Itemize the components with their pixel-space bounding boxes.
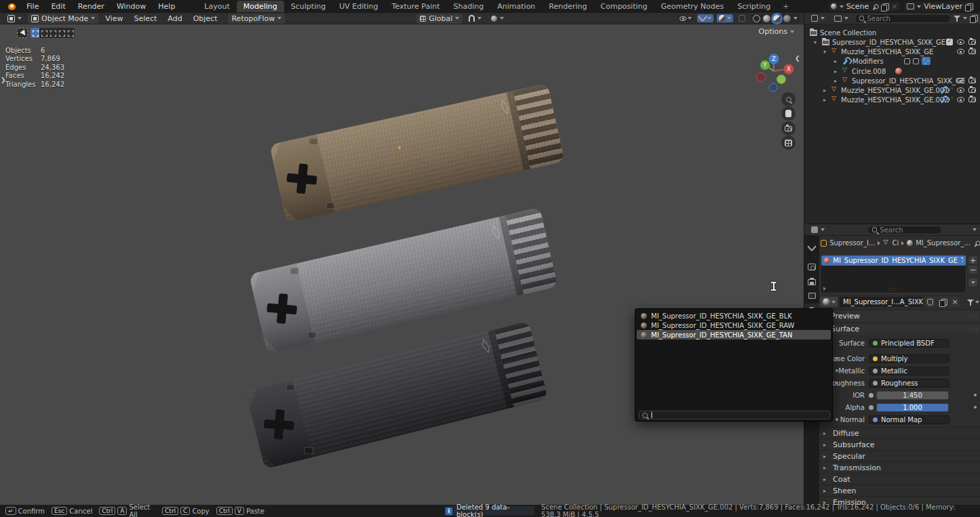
material-slot-selected[interactable]: MI_Supressor_ID_HESYCHIA_SIXK_GE_TAN [821, 255, 966, 266]
workspace-tab-modeling[interactable]: Modeling [237, 1, 284, 12]
show-object-types-toggle[interactable] [678, 16, 694, 22]
outliner-row-muzzle-002[interactable]: ▸ Muzzle_HESYCHIA_SIXK_GE.002 ' [804, 95, 980, 104]
panel-grip[interactable]: :::: [969, 327, 980, 332]
breadcrumb-object[interactable]: Supressor_I... [829, 239, 875, 247]
breadcrumb-material[interactable]: MI_Supressor_... [916, 239, 971, 247]
perspective-toggle-button[interactable] [781, 136, 796, 150]
outliner-row-circle-008[interactable]: ▸ Circle.008 [804, 66, 980, 76]
menu-add[interactable]: Add [163, 14, 186, 23]
rendered-shading-button[interactable] [783, 15, 791, 22]
decorator-dot[interactable] [836, 418, 838, 421]
panel-surface[interactable]: ▾ Surface :::: [819, 323, 980, 335]
collapse-arrow-icon[interactable]: ▾ [814, 39, 819, 45]
scene-selector[interactable]: Scene [828, 1, 901, 12]
exclude-checkbox[interactable] [946, 39, 953, 45]
workspace-tab-scripting[interactable]: Scripting [730, 1, 777, 12]
decorator-dot[interactable] [974, 406, 977, 409]
editor-type-button[interactable] [4, 14, 25, 23]
xray-toggle[interactable] [737, 14, 747, 22]
outliner-row-supressor-collection[interactable]: ▾ Supressor_ID_HESYCHIA_SIXK_GE [804, 37, 980, 47]
metallic-field[interactable]: Metallic [869, 367, 949, 375]
disable-render-icon[interactable] [968, 49, 976, 54]
menu-window[interactable]: Window [111, 2, 152, 11]
bevel-modifier-icon[interactable] [913, 58, 919, 64]
node-dot-icon[interactable] [869, 393, 874, 398]
options-dropdown[interactable]: Options [759, 27, 794, 36]
hide-eye-icon[interactable] [957, 39, 964, 45]
navigation-gizmo[interactable]: Z Y X [750, 52, 799, 96]
workspace-tab-layout[interactable]: Layout [197, 1, 236, 12]
filter-dropdown[interactable] [967, 299, 979, 306]
expand-arrow-icon[interactable]: ▸ [834, 68, 840, 75]
pin-id-icon[interactable] [972, 239, 980, 247]
panel-preview[interactable]: ▾ Preview :::: [819, 310, 980, 322]
dropdown-item-tan[interactable]: MI_Supressor_ID_HESYCHIA_SIXK_GE_TAN [637, 330, 831, 339]
outliner-row-muzzle[interactable]: ▾ Muzzle_HESYCHIA_SIXK_GE [804, 47, 980, 56]
hide-eye-icon[interactable] [957, 97, 964, 102]
alpha-slider[interactable]: 1.000 [876, 403, 949, 412]
panel-subsurface[interactable]: ▸Subsurface [819, 438, 980, 450]
new-collection-icon[interactable] [970, 15, 977, 22]
camera-view-button[interactable] [781, 121, 796, 136]
workspace-tab-shading[interactable]: Shading [447, 1, 491, 12]
expand-arrow-icon[interactable]: ▸ [823, 87, 829, 94]
disable-render-icon[interactable] [968, 78, 976, 83]
hide-eye-icon[interactable] [957, 49, 964, 54]
outliner-row-muzzle-001[interactable]: ▸ Muzzle_HESYCHIA_SIXK_GE.001 ' [804, 85, 980, 95]
blender-logo-icon[interactable] [5, 3, 16, 11]
properties-editor-type-button[interactable] [808, 226, 828, 234]
select-mode-new-button[interactable] [31, 28, 39, 38]
decorator-dot[interactable] [836, 381, 838, 384]
disable-render-icon[interactable] [968, 87, 976, 93]
tab-output[interactable] [804, 275, 819, 289]
snap-toggle[interactable] [465, 14, 485, 22]
zoom-view-button[interactable] [781, 92, 796, 106]
new-material-button[interactable] [937, 297, 947, 307]
gizmos-toggle[interactable] [697, 14, 713, 22]
add-slot-button[interactable]: + [968, 255, 978, 265]
dropdown-item-blk[interactable]: MI_Supressor_ID_HESYCHIA_SIXK_GE_BLK [637, 311, 831, 320]
menu-view[interactable]: View [101, 14, 127, 23]
workspace-tab-compositing[interactable]: Compositing [594, 1, 654, 12]
add-workspace-button[interactable]: + [777, 2, 794, 11]
node-dot-icon[interactable] [869, 405, 874, 410]
hide-eye-icon[interactable] [957, 87, 964, 93]
outliner-display-mode-dropdown[interactable] [808, 14, 828, 22]
panel-specular[interactable]: ▸Specular [819, 450, 980, 461]
panel-sheen[interactable]: ▸Sheen [819, 484, 980, 496]
workspace-tab-uv-editing[interactable]: UV Editing [332, 1, 385, 12]
suppressor-model-tan[interactable] [269, 83, 565, 223]
disable-render-icon[interactable] [968, 97, 976, 102]
screw-modifier-icon[interactable] [904, 58, 910, 64]
outliner-row-modifiers[interactable]: ▸ Modifiers [804, 56, 980, 66]
workspace-tab-sculpting[interactable]: Sculpting [284, 1, 332, 12]
workspace-tab-texture-paint[interactable]: Texture Paint [385, 1, 447, 12]
mode-dropdown[interactable]: Object Mode [28, 14, 98, 24]
tweak-tool-button[interactable] [17, 28, 28, 38]
slot-specials-button[interactable] [968, 278, 978, 287]
retopoflow-menu[interactable]: RetopoFlow [228, 14, 285, 24]
viewlayer-selector[interactable]: ViewLayer [904, 1, 975, 12]
expand-arrow-icon[interactable]: ▸ [834, 78, 840, 84]
material-icon[interactable] [895, 68, 902, 75]
wireframe-shading-button[interactable] [753, 15, 760, 22]
new-viewlayer-icon[interactable] [965, 3, 972, 10]
panel-transmission[interactable]: ▸Transmission [819, 461, 980, 473]
resize-grip[interactable]: :::: [888, 287, 897, 292]
fake-user-button[interactable] [925, 297, 935, 307]
outliner-search-input[interactable] [867, 15, 946, 22]
breadcrumb-mesh[interactable]: Ci [892, 239, 899, 247]
slot-expand-icon[interactable] [823, 287, 826, 291]
material-name-field[interactable]: MI_Supressor_I...A_SIXK_GE_TAN [840, 297, 923, 307]
properties-search[interactable] [867, 226, 942, 234]
transform-orientation-dropdown[interactable]: Global [416, 14, 463, 24]
decorator-dot[interactable] [974, 394, 977, 396]
expand-arrow-icon[interactable]: ▸ [823, 97, 829, 103]
decorator-dot[interactable] [836, 369, 838, 372]
report-message[interactable]: Deleted 9 data-block(s) [444, 506, 534, 516]
panel-diffuse[interactable]: ▸Diffuse [819, 427, 980, 438]
outliner-filter-dropdown[interactable] [831, 15, 852, 22]
menu-file[interactable]: File [20, 2, 45, 11]
workspace-tab-animation[interactable]: Animation [490, 1, 542, 12]
expand-arrow-icon[interactable]: ▸ [834, 58, 840, 64]
